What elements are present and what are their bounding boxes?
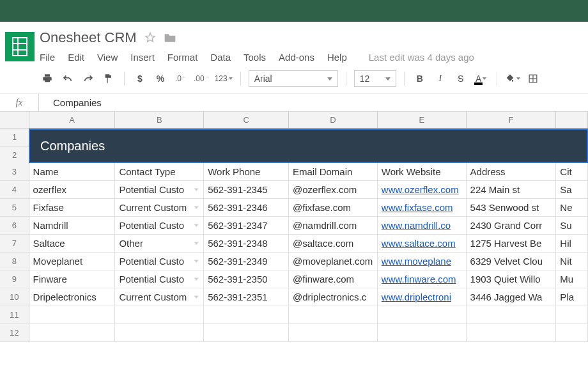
percent-button[interactable]: % xyxy=(153,70,168,87)
select-all-corner[interactable] xyxy=(0,112,29,128)
cell-work-website[interactable]: www.fixfase.com xyxy=(378,199,467,216)
star-icon[interactable] xyxy=(144,32,156,43)
dropdown-icon[interactable] xyxy=(193,294,199,300)
cell[interactable] xyxy=(378,324,467,341)
cell-address[interactable]: 3446 Jagged Wa xyxy=(467,288,557,306)
formula-input[interactable]: Companies xyxy=(39,97,102,108)
cell-address[interactable]: 1903 Quiet Willo xyxy=(467,270,557,288)
cell-work-website[interactable]: www.driplectroni xyxy=(378,288,467,306)
header-email-domain[interactable]: Email Domain xyxy=(289,163,378,180)
menu-addons[interactable]: Add-ons xyxy=(279,52,314,63)
cell-city[interactable]: Pla xyxy=(556,288,588,306)
row-head[interactable]: 10 xyxy=(0,288,29,306)
header-city[interactable]: Cit xyxy=(556,163,588,180)
font-family-selector[interactable]: Arial xyxy=(249,70,338,87)
col-head-D[interactable]: D xyxy=(289,112,378,128)
row-head[interactable]: 12 xyxy=(0,324,29,341)
bold-button[interactable]: B xyxy=(412,70,428,87)
col-head-B[interactable]: B xyxy=(115,112,204,128)
menu-format[interactable]: Format xyxy=(167,52,198,63)
menu-view[interactable]: View xyxy=(97,52,118,63)
cell-email-domain[interactable]: @finware.com xyxy=(289,270,378,288)
cell-email-domain[interactable]: @driplectronics.c xyxy=(289,288,378,306)
cell-contact-type[interactable]: Current Custom xyxy=(115,288,204,306)
cell[interactable] xyxy=(289,324,378,341)
cell-address[interactable]: 6329 Velvet Clou xyxy=(467,253,557,270)
cell-name[interactable]: Dripelectronics xyxy=(29,288,116,306)
decrease-decimal-button[interactable]: .0← xyxy=(173,70,189,87)
cell[interactable] xyxy=(115,324,204,341)
paint-format-icon[interactable] xyxy=(101,70,116,87)
row-head[interactable]: 5 xyxy=(0,199,29,216)
header-contact-type[interactable]: Contact Type xyxy=(115,163,204,180)
cell-contact-type[interactable]: Potential Custo xyxy=(115,217,204,234)
cell-work-website[interactable]: www.namdrill.co xyxy=(378,217,467,234)
col-head-G[interactable] xyxy=(556,112,588,128)
cell-email-domain[interactable]: @ozerflex.com xyxy=(289,181,378,198)
cell[interactable] xyxy=(467,306,557,324)
font-size-selector[interactable]: 12 xyxy=(354,70,396,87)
last-edit-label[interactable]: Last edit was 4 days ago xyxy=(369,52,474,63)
cell-email-domain[interactable]: @moveplanet.com xyxy=(289,253,378,270)
col-head-C[interactable]: C xyxy=(204,112,289,128)
dropdown-icon[interactable] xyxy=(193,222,199,229)
banner-cell[interactable]: Companies xyxy=(29,129,588,163)
cell-work-website[interactable]: www.finware.com xyxy=(378,270,467,288)
menu-file[interactable]: File xyxy=(40,52,55,63)
cell-contact-type[interactable]: Potential Custo xyxy=(115,253,204,270)
cell-city[interactable]: Su xyxy=(556,217,588,234)
document-title[interactable]: Onesheet CRM xyxy=(40,29,137,46)
dropdown-icon[interactable] xyxy=(193,187,199,193)
dropdown-icon[interactable] xyxy=(193,240,199,247)
italic-button[interactable]: I xyxy=(433,70,448,87)
cell-work-phone[interactable]: 562-391-2346 xyxy=(204,199,289,216)
cell-city[interactable]: Sa xyxy=(556,181,588,198)
cell-name[interactable]: Saltace xyxy=(29,235,116,252)
folder-icon[interactable] xyxy=(164,32,176,43)
dropdown-icon[interactable] xyxy=(193,205,199,211)
row-head[interactable]: 11 xyxy=(0,306,29,324)
cell-address[interactable]: 2430 Grand Corr xyxy=(467,217,557,234)
row-head[interactable]: 8 xyxy=(0,253,29,270)
cell[interactable] xyxy=(289,306,378,324)
cell-work-website[interactable]: www.ozerflex.com xyxy=(378,181,467,198)
col-head-E[interactable]: E xyxy=(378,112,467,128)
dropdown-icon[interactable] xyxy=(193,258,199,265)
cell[interactable] xyxy=(29,306,116,324)
cell-city[interactable]: Ne xyxy=(556,199,588,216)
print-icon[interactable] xyxy=(40,70,55,87)
header-address[interactable]: Address xyxy=(467,163,557,180)
cell-city[interactable]: Hil xyxy=(556,235,588,252)
menu-data[interactable]: Data xyxy=(210,52,231,63)
cell[interactable] xyxy=(204,324,289,341)
cell[interactable] xyxy=(467,324,557,341)
redo-icon[interactable] xyxy=(81,70,96,87)
row-head[interactable]: 9 xyxy=(0,270,29,288)
cell-email-domain[interactable]: @namdrill.com xyxy=(289,217,378,234)
cell-contact-type[interactable]: Potential Custo xyxy=(115,270,204,288)
row-head-3[interactable]: 3 xyxy=(0,163,29,180)
menu-insert[interactable]: Insert xyxy=(130,52,155,63)
cell-work-phone[interactable]: 562-391-2348 xyxy=(204,235,289,252)
cell-contact-type[interactable]: Potential Custo xyxy=(115,181,204,198)
cell-email-domain[interactable]: @fixfase.com xyxy=(289,199,378,216)
cell-contact-type[interactable]: Other xyxy=(115,235,204,252)
cell-work-phone[interactable]: 562-391-2345 xyxy=(204,181,289,198)
cell-contact-type[interactable]: Current Custom xyxy=(115,199,204,216)
cell-email-domain[interactable]: @saltace.com xyxy=(289,235,378,252)
cell-name[interactable]: Namdrill xyxy=(29,217,116,234)
cell-work-website[interactable]: www.saltace.com xyxy=(378,235,467,252)
dropdown-icon[interactable] xyxy=(193,276,199,283)
cell-city[interactable]: Mu xyxy=(556,270,588,288)
cell-address[interactable]: 543 Senwood st xyxy=(467,199,557,216)
cell[interactable] xyxy=(378,306,467,324)
undo-icon[interactable] xyxy=(60,70,75,87)
cell-address[interactable]: 1275 Harvest Be xyxy=(467,235,557,252)
text-color-button[interactable]: A xyxy=(474,70,489,87)
row-head[interactable]: 6 xyxy=(0,217,29,234)
cell-address[interactable]: 224 Main st xyxy=(467,181,557,198)
menu-help[interactable]: Help xyxy=(327,52,347,63)
cell[interactable] xyxy=(556,324,588,341)
cell-name[interactable]: Fixfase xyxy=(29,199,116,216)
fill-color-button[interactable] xyxy=(505,70,520,87)
